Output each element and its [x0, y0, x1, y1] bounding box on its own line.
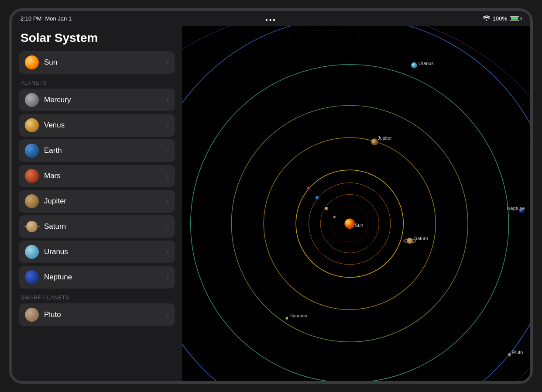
- venus-label: Venus: [44, 121, 65, 130]
- sidebar-item-pluto[interactable]: Pluto ›: [19, 303, 175, 326]
- mars-planet-icon: [25, 169, 39, 183]
- sun-chevron: ›: [167, 59, 169, 66]
- svg-rect-0: [182, 26, 530, 381]
- neptune-map-label: Neptune: [507, 206, 525, 211]
- status-bar: 2:10 PM Mon Jan 1 ••• 100%: [12, 11, 530, 26]
- solar-system-svg: Sun Jupiter Saturn Uranus: [182, 26, 530, 381]
- jupiter-map-label: Jupiter: [377, 135, 392, 141]
- sidebar-title: Solar System: [19, 31, 175, 45]
- neptune-label: Neptune: [44, 273, 72, 282]
- mercury-label: Mercury: [44, 96, 71, 104]
- venus-planet-icon: [25, 118, 39, 132]
- sidebar-item-earth[interactable]: Earth ›: [19, 139, 175, 162]
- sun-planet-icon: [25, 55, 39, 69]
- pluto-planet-icon: [25, 308, 39, 322]
- content-area: Solar System Sun › PLANETS Mercury ›: [12, 26, 530, 381]
- uranus-planet-icon: [25, 245, 39, 259]
- mercury-chevron: ›: [167, 96, 169, 103]
- saturn-planet-icon: [25, 220, 39, 234]
- uranus-chevron: ›: [167, 248, 169, 255]
- venus-dot: [325, 207, 328, 210]
- dwarf-planets-section-header: DWARF PLANETS: [19, 291, 175, 303]
- mars-chevron: ›: [167, 172, 169, 179]
- uranus-dot: [411, 62, 417, 69]
- pluto-map-label: Pluto: [512, 350, 523, 355]
- sidebar-item-jupiter[interactable]: Jupiter ›: [19, 190, 175, 213]
- mars-dot: [307, 187, 310, 190]
- planets-section-header: PLANETS: [19, 76, 175, 89]
- neptune-chevron: ›: [167, 274, 169, 281]
- saturn-chevron: ›: [167, 223, 169, 230]
- haumea-dot: [285, 317, 288, 320]
- jupiter-label: Jupiter: [44, 197, 66, 206]
- earth-chevron: ›: [167, 147, 169, 154]
- mars-label: Mars: [44, 172, 61, 180]
- sidebar-item-uranus[interactable]: Uranus ›: [19, 241, 175, 263]
- sun-label: Sun: [44, 58, 57, 67]
- mercury-planet-icon: [25, 93, 39, 107]
- sidebar: Solar System Sun › PLANETS Mercury ›: [12, 26, 182, 381]
- jupiter-chevron: ›: [167, 198, 169, 205]
- battery-icon: [510, 16, 521, 21]
- time: 2:10 PM: [21, 15, 41, 22]
- saturn-label: Saturn: [44, 222, 66, 231]
- sun-dot: [344, 218, 355, 229]
- saturn-map-label: Saturn: [414, 236, 428, 241]
- jupiter-planet-icon: [25, 194, 39, 208]
- pluto-dot: [508, 353, 511, 357]
- pluto-label: Pluto: [44, 310, 61, 319]
- earth-label: Earth: [44, 146, 62, 155]
- haumea-map-label: Haumea: [289, 313, 308, 318]
- venus-chevron: ›: [167, 122, 169, 129]
- mercury-dot: [333, 216, 336, 219]
- wifi-icon: [483, 15, 490, 22]
- date: Mon Jan 1: [45, 15, 72, 22]
- pluto-chevron: ›: [167, 311, 169, 318]
- sidebar-item-neptune[interactable]: Neptune ›: [19, 266, 175, 289]
- earth-dot: [316, 196, 319, 200]
- sidebar-item-saturn[interactable]: Saturn ›: [19, 215, 175, 238]
- battery-percent: 100%: [493, 15, 507, 22]
- sidebar-item-sun[interactable]: Sun ›: [19, 51, 175, 74]
- solar-map[interactable]: Sun Jupiter Saturn Uranus: [182, 26, 530, 381]
- earth-planet-icon: [25, 144, 39, 158]
- sun-map-label: Sun: [355, 223, 363, 228]
- neptune-planet-icon: [25, 270, 39, 284]
- uranus-map-label: Uranus: [419, 61, 434, 66]
- sidebar-item-mercury[interactable]: Mercury ›: [19, 89, 175, 111]
- jupiter-dot: [371, 138, 378, 145]
- uranus-label: Uranus: [44, 248, 68, 256]
- sidebar-item-venus[interactable]: Venus ›: [19, 114, 175, 137]
- dots: •••: [265, 16, 277, 24]
- device-frame: 2:10 PM Mon Jan 1 ••• 100%: [9, 8, 533, 384]
- sidebar-item-mars[interactable]: Mars ›: [19, 165, 175, 187]
